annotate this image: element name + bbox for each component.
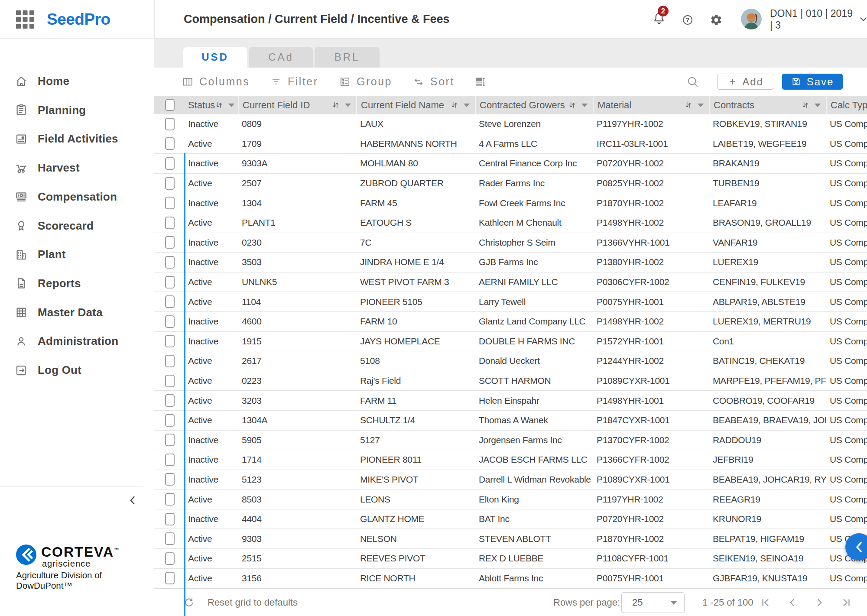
sidebar-item-home[interactable]: Home xyxy=(0,67,154,96)
table-row[interactable]: Inactive 5123 MIKE'S PIVOT Darrell L Wid… xyxy=(154,470,867,490)
table-row[interactable]: Inactive 4404 GLANTZ HOME BAT Inc P0720Y… xyxy=(154,509,867,529)
row-checkbox[interactable] xyxy=(165,434,175,446)
row-checkbox[interactable] xyxy=(165,414,175,427)
table-row[interactable]: Inactive 1304 FARM 45 Fowl Creek Farms I… xyxy=(154,193,867,213)
row-checkbox[interactable] xyxy=(165,394,175,407)
column-header-current-field-name[interactable]: Current Field Name xyxy=(356,96,475,114)
tab-usd[interactable]: USD xyxy=(183,47,247,68)
row-checkbox[interactable] xyxy=(165,454,175,466)
row-checkbox[interactable] xyxy=(165,315,175,328)
row-checkbox[interactable] xyxy=(165,157,175,170)
row-checkbox[interactable] xyxy=(165,256,175,269)
column-menu-caret-icon[interactable] xyxy=(345,104,351,107)
table-row[interactable]: Inactive 0809 LAUX Steve Lorenzen P1197Y… xyxy=(154,114,867,134)
column-header-current-field-id[interactable]: Current Field ID xyxy=(238,96,356,114)
row-checkbox[interactable] xyxy=(165,513,175,525)
columns-button[interactable]: Columns xyxy=(182,68,250,96)
table-row[interactable]: Active UNLNK5 WEST PIVOT FARM 3 AERNI FA… xyxy=(154,272,867,292)
reset-grid-button[interactable]: Reset grid to defaults xyxy=(183,589,298,616)
sidebar-collapse-button[interactable] xyxy=(127,494,138,506)
user-context-menu[interactable]: DON1 | 010 | 2019 | 3 xyxy=(770,0,867,39)
group-button[interactable]: Group xyxy=(339,68,392,96)
sort-arrows-icon[interactable] xyxy=(215,101,223,109)
row-checkbox[interactable] xyxy=(165,197,175,209)
column-header-calc-type[interactable]: Calc Type xyxy=(826,96,867,114)
row-checkbox[interactable] xyxy=(165,236,175,249)
sort-button[interactable]: Sort xyxy=(413,68,455,96)
row-checkbox[interactable] xyxy=(165,335,175,347)
help-icon[interactable]: ? xyxy=(682,14,694,26)
table-row[interactable]: Active 0223 Raj's Field SCOTT HARMON P10… xyxy=(154,371,867,391)
table-row[interactable]: Active 9303 NELSON STEVEN ABLOTT P1870YH… xyxy=(154,529,867,549)
row-checkbox[interactable] xyxy=(165,118,175,130)
sidebar-item-plant[interactable]: Plant xyxy=(0,240,154,269)
column-menu-caret-icon[interactable] xyxy=(698,104,704,107)
last-page-button[interactable] xyxy=(841,597,852,608)
row-height-button[interactable] xyxy=(474,68,486,96)
row-checkbox[interactable] xyxy=(165,177,175,190)
row-checkbox[interactable] xyxy=(165,532,175,545)
sidebar-item-log-out[interactable]: Log Out xyxy=(0,356,154,385)
sidebar-item-harvest[interactable]: Harvest xyxy=(0,153,154,182)
add-button[interactable]: Add xyxy=(717,74,774,90)
tab-brl[interactable]: BRL xyxy=(315,47,380,68)
table-row[interactable]: Inactive 1714 PIONEER 8011 JACOB ESCH FA… xyxy=(154,450,867,470)
table-row[interactable]: Inactive 9303A MOHLMAN 80 Central Financ… xyxy=(154,154,867,174)
column-header-contracted-growers[interactable]: Contracted Growers xyxy=(475,96,593,114)
table-row[interactable]: Active 1709 HABERMANNS NORTH 4 A Farms L… xyxy=(154,134,867,154)
row-checkbox[interactable] xyxy=(165,552,175,565)
tab-cad[interactable]: CAd xyxy=(249,47,313,68)
select-all-checkbox[interactable] xyxy=(165,99,175,111)
next-page-button[interactable] xyxy=(814,597,825,608)
sidebar-item-compensation[interactable]: Compensation xyxy=(0,182,154,211)
table-row[interactable]: Active 3156 RICE NORTH Ablott Farms Inc … xyxy=(154,569,867,589)
row-checkbox[interactable] xyxy=(165,355,175,367)
table-row[interactable]: Inactive 4600 FARM 10 Glantz Land Compan… xyxy=(154,312,867,332)
previous-page-button[interactable] xyxy=(787,597,798,608)
table-row[interactable]: Active 1304A SCHULTZ 1/4 Thomas A Wanek … xyxy=(154,411,867,431)
table-row[interactable]: Inactive 3503 JINDRA HOME E 1/4 GJB Farm… xyxy=(154,253,867,272)
row-checkbox[interactable] xyxy=(165,473,175,486)
sidebar-item-planning[interactable]: Planning xyxy=(0,96,154,125)
table-row[interactable]: Active 2507 ZUBROD QUARTER Rader Farms I… xyxy=(154,174,867,194)
sort-arrows-icon[interactable] xyxy=(801,101,809,109)
column-header-status[interactable]: Status xyxy=(184,96,238,114)
table-row[interactable]: Active 2515 REEVES PIVOT REX D LUEBBE P1… xyxy=(154,549,867,569)
sort-arrows-icon[interactable] xyxy=(331,101,340,109)
table-row[interactable]: Inactive 5905 5127 Jorgensen Farms Inc P… xyxy=(154,431,867,451)
row-checkbox[interactable] xyxy=(165,276,175,289)
column-header-contracts[interactable]: Contracts xyxy=(709,96,826,114)
save-button[interactable]: Save xyxy=(782,74,843,90)
user-avatar[interactable] xyxy=(741,9,762,29)
sidebar-item-scorecard[interactable]: Scorecard xyxy=(0,211,154,240)
sidebar-item-field-activities[interactable]: Field Activities xyxy=(0,124,154,153)
column-menu-caret-icon[interactable] xyxy=(464,104,470,107)
settings-gear-icon[interactable] xyxy=(710,13,723,26)
row-checkbox[interactable] xyxy=(165,572,175,584)
sidebar-item-administration[interactable]: Administration xyxy=(0,327,154,356)
row-checkbox[interactable] xyxy=(165,375,175,387)
sort-arrows-icon[interactable] xyxy=(684,101,692,109)
sort-arrows-icon[interactable] xyxy=(450,101,458,109)
table-row[interactable]: Active PLANT1 EATOUGH S Kathleen M Chena… xyxy=(154,213,867,233)
table-row[interactable]: Inactive 1915 JAYS HOMEPLACE DOUBLE H FA… xyxy=(154,332,867,352)
sidebar-item-master-data[interactable]: Master Data xyxy=(0,298,154,327)
column-header-material[interactable]: Material xyxy=(593,96,709,114)
table-row[interactable]: Active 3203 FARM 11 Helen Einspahr P1498… xyxy=(154,391,867,411)
row-checkbox[interactable] xyxy=(165,137,175,150)
filter-button[interactable]: Filter xyxy=(270,68,318,96)
table-row[interactable]: Inactive 0230 7C Christopher S Seim P136… xyxy=(154,233,867,253)
sidebar-item-reports[interactable]: Reports xyxy=(0,269,154,298)
table-row[interactable]: Active 1104 PIONEER 5105 Larry Tewell P0… xyxy=(154,292,867,312)
row-checkbox[interactable] xyxy=(165,295,175,308)
table-row[interactable]: Active 2617 5108 Donald Ueckert P1244YHR… xyxy=(154,351,867,371)
sort-arrows-icon[interactable] xyxy=(568,101,576,109)
column-menu-caret-icon[interactable] xyxy=(228,104,234,107)
row-checkbox[interactable] xyxy=(165,217,175,229)
search-button[interactable] xyxy=(686,68,699,96)
row-checkbox[interactable] xyxy=(165,493,175,506)
first-page-button[interactable] xyxy=(760,597,771,608)
rows-per-page-select[interactable]: 25 xyxy=(621,592,685,613)
column-menu-caret-icon[interactable] xyxy=(815,104,821,107)
table-row[interactable]: Active 8503 LEONS Elton King P1197YHR-10… xyxy=(154,490,867,509)
